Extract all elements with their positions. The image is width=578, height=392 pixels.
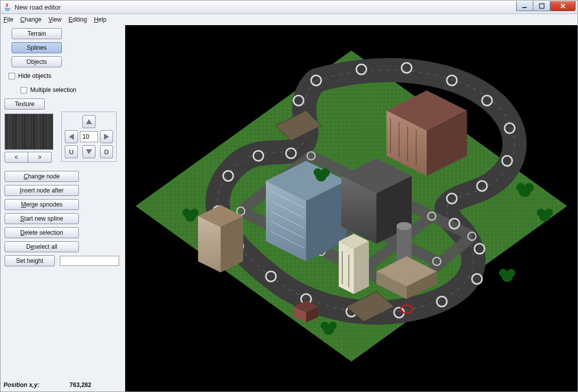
menubar: File Change View Editing Help (1, 14, 577, 26)
svg-point-97 (329, 322, 337, 330)
svg-point-86 (516, 183, 525, 192)
nav-d-button[interactable]: D (100, 145, 113, 158)
nav-down-button[interactable] (82, 145, 95, 158)
status-bar: Position x,y: 763,282 (4, 381, 91, 388)
start-new-spline-button[interactable]: Start new spline (5, 213, 79, 224)
texture-button[interactable]: Texture (5, 99, 45, 110)
viewport-3d[interactable] (125, 25, 577, 391)
status-label: Position x,y: (4, 381, 39, 388)
texture-next-button[interactable]: > (28, 152, 52, 163)
window-titlebar: New road editor (0, 0, 578, 14)
hide-objects-row[interactable]: Hide objects (9, 72, 121, 79)
menu-change[interactable]: Change (20, 16, 41, 23)
hide-objects-label: Hide objects (18, 72, 51, 79)
nav-pad: U D (61, 112, 117, 162)
set-height-input[interactable] (60, 256, 119, 266)
window-body: File Change View Editing Help Terrain Sp… (0, 14, 578, 392)
svg-point-92 (499, 269, 507, 277)
nav-u-button[interactable]: U (65, 145, 78, 158)
nav-up-button[interactable] (82, 115, 95, 128)
svg-point-82 (321, 168, 330, 177)
scene-canvas (125, 25, 577, 391)
svg-point-91 (507, 269, 515, 277)
svg-point-95 (182, 209, 190, 217)
svg-point-85 (525, 183, 534, 192)
svg-point-74 (397, 222, 412, 230)
texture-prev-button[interactable]: < (5, 152, 28, 163)
arrow-right-icon (104, 134, 109, 140)
svg-rect-0 (522, 7, 527, 8)
sidebar: Terrain Splines Objects Hide objects Mul… (1, 25, 125, 391)
menu-editing[interactable]: Editing (68, 16, 87, 23)
delete-selection-button[interactable]: Delete selection (5, 227, 79, 238)
tab-objects[interactable]: Objects (12, 56, 62, 67)
svg-marker-67 (339, 241, 354, 294)
minimize-button[interactable] (516, 1, 533, 11)
change-node-button[interactable]: Change node (5, 171, 79, 182)
window-buttons (516, 1, 575, 11)
status-value: 763,282 (69, 381, 91, 388)
svg-rect-1 (539, 4, 544, 8)
arrow-up-icon (86, 119, 92, 124)
nav-step-input[interactable] (80, 131, 98, 142)
tab-splines[interactable]: Splines (12, 42, 62, 53)
maximize-button[interactable] (533, 1, 550, 11)
merge-spnodes-button[interactable]: Merge spnodes (5, 199, 79, 210)
svg-point-94 (190, 209, 199, 217)
arrow-left-icon (69, 134, 74, 140)
menu-help[interactable]: Help (94, 16, 107, 23)
menu-view[interactable]: View (48, 16, 61, 23)
nav-left-button[interactable] (65, 130, 78, 143)
close-button[interactable] (550, 1, 575, 11)
multiple-selection-checkbox[interactable] (21, 87, 27, 93)
multiple-selection-label: Multiple selection (30, 86, 76, 93)
multiple-selection-row[interactable]: Multiple selection (21, 86, 121, 93)
set-height-button[interactable]: Set height (5, 255, 55, 266)
svg-point-89 (537, 209, 545, 217)
insert-node-after-button[interactable]: Insert node after (5, 185, 79, 196)
tab-terrain[interactable]: Terrain (12, 28, 62, 39)
texture-swatch[interactable] (5, 114, 53, 150)
svg-point-83 (314, 168, 322, 176)
svg-point-98 (321, 322, 329, 330)
java-icon (4, 3, 12, 11)
window-title: New road editor (15, 4, 516, 11)
hide-objects-checkbox[interactable] (9, 73, 15, 79)
arrow-down-icon (86, 149, 92, 154)
svg-marker-68 (354, 241, 369, 294)
menu-file[interactable]: File (4, 16, 13, 23)
svg-point-88 (545, 209, 553, 217)
nav-right-button[interactable] (100, 130, 113, 143)
deselect-all-button[interactable]: Deselect all (5, 241, 79, 252)
